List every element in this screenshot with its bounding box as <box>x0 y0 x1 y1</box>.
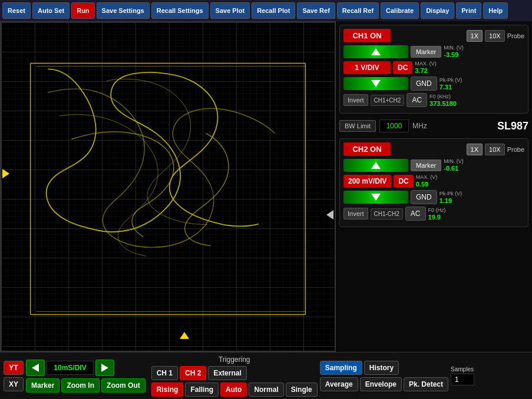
ch1-pkpk-group: Pk-Pk (V) 7.31 <box>440 77 462 91</box>
ch2-marker-button[interactable]: Marker <box>411 159 441 171</box>
ch1-top-row: CH1 ON 1X 10X Probe <box>343 29 524 42</box>
ch1-marker-row: Marker MIN. (V) -3.59 <box>343 45 524 58</box>
ch2-dc-button[interactable]: DC <box>394 175 413 188</box>
samples-group: Samples 1 <box>451 366 474 385</box>
main-area: CH1 ON 1X 10X Probe Marker MIN. (V) -3.5… <box>0 21 532 352</box>
ch1-max-group: MAX. (V) 3.72 <box>415 61 437 74</box>
ch2-probe-1x[interactable]: 1X <box>467 144 483 155</box>
falling-button[interactable]: Falling <box>185 383 219 397</box>
zoom-in-button[interactable]: Zoom In <box>61 378 100 393</box>
ch1-max-label: MAX. (V) <box>415 61 437 66</box>
ch2-max-value: 0.59 <box>416 181 438 188</box>
normal-button[interactable]: Normal <box>249 383 283 397</box>
ch1-on-button[interactable]: CH1 ON <box>343 29 391 42</box>
ch1-probe-10x[interactable]: 10X <box>485 30 505 42</box>
ch2-down-arrow-icon <box>371 194 381 201</box>
time-decrease-button[interactable] <box>26 360 45 376</box>
ch2-math-button[interactable]: CH1-CH2 <box>371 208 403 220</box>
save-plot-button[interactable]: Save Plot <box>210 2 250 19</box>
external-trigger-button[interactable]: External <box>208 366 246 380</box>
single-button[interactable]: Single <box>286 383 318 397</box>
recall-settings-button[interactable]: Recall Settings <box>151 2 209 19</box>
calibrate-button[interactable]: Calibrate <box>381 2 419 19</box>
ch2-f0-value: 19.9 <box>428 214 446 221</box>
average-button[interactable]: Average <box>320 377 358 391</box>
scope-screen <box>0 21 336 352</box>
recall-ref-button[interactable]: Recall Ref <box>337 2 379 19</box>
ch1-probe-label: Probe <box>507 32 524 39</box>
recall-plot-button[interactable]: Recall Plot <box>252 2 295 19</box>
ch2-on-button[interactable]: CH2 ON <box>343 142 391 156</box>
reset-button[interactable]: Reset <box>2 2 31 19</box>
ch1-gnd-slider[interactable] <box>343 77 408 90</box>
ch2-probe-label: Probe <box>507 146 524 153</box>
bw-limit-button[interactable]: BW Limit <box>339 120 376 132</box>
ch1-math-button[interactable]: CH1+CH2 <box>371 95 405 106</box>
rising-button[interactable]: Rising <box>151 383 184 397</box>
ch2-f0-group: F0 (Hz) 19.9 <box>428 207 446 221</box>
save-ref-button[interactable]: Save Ref <box>297 2 335 19</box>
ch1-invert-button[interactable]: Invert <box>343 94 368 106</box>
run-button[interactable]: Run <box>71 2 94 19</box>
ch2-top-row: CH2 ON 1X 10X Probe <box>343 142 524 156</box>
print-button[interactable]: Print <box>456 2 481 19</box>
time-group: 10mS/DIV <box>26 360 146 376</box>
time-increase-button[interactable] <box>95 360 114 376</box>
samples-label: Samples <box>451 366 474 373</box>
bottom-toolbar: YT XY 10mS/DIV Marker Zoom In Zoom Out T… <box>0 352 532 399</box>
yt-button[interactable]: YT <box>4 361 24 375</box>
sampling-button[interactable]: Sampling <box>320 361 362 375</box>
save-settings-button[interactable]: Save Settings <box>97 2 150 19</box>
ch2-min-label: MIN. (V) <box>444 158 464 164</box>
ch2-pkpk-value: 1.19 <box>440 197 462 204</box>
pk-detect-button[interactable]: Pk. Detect <box>404 377 448 391</box>
ch1-panel: CH1 ON 1X 10X Probe Marker MIN. (V) -3.5… <box>339 25 528 114</box>
ch2-divscale-button[interactable]: 200 mV/DIV <box>343 175 391 188</box>
time-div-label: 10mS/DIV <box>47 361 94 375</box>
envelope-button[interactable]: Envelope <box>360 377 402 391</box>
ch1-divscale-button[interactable]: 1 V/DIV <box>343 61 391 74</box>
ch2-marker-row: Marker MIN. (V) -0.61 <box>343 158 524 172</box>
zoom-out-button[interactable]: Zoom Out <box>101 378 146 393</box>
ch1-marker-button[interactable]: Marker <box>411 46 441 58</box>
xy-button[interactable]: XY <box>4 377 24 391</box>
ch1-probe-1x[interactable]: 1X <box>467 30 483 42</box>
ch1-trigger-button[interactable]: CH 1 <box>151 366 178 380</box>
help-button[interactable]: Help <box>483 2 508 19</box>
ch2-up-arrow-icon <box>371 162 381 169</box>
ch1-f0-value: 373.5180 <box>429 100 457 107</box>
ch1-f0-label: F0 (KHz) <box>429 94 457 99</box>
ch2-marker-slider[interactable] <box>343 159 408 172</box>
ch2-pkpk-group: Pk-Pk (V) 1.19 <box>440 191 462 204</box>
ch2-gnd-row: GND Pk-Pk (V) 1.19 <box>343 190 524 204</box>
model-label: SL987 <box>497 120 528 132</box>
triggering-label: Triggering <box>151 355 318 364</box>
toolbar: Reset Auto Set Run Save Settings Recall … <box>0 0 532 21</box>
ch2-gnd-slider[interactable] <box>343 191 408 204</box>
bw-value: 1000 <box>379 119 409 132</box>
ch2-trigger-button[interactable]: CH 2 <box>180 366 206 380</box>
autoset-button[interactable]: Auto Set <box>32 2 70 19</box>
ch1-f0-group: F0 (KHz) 373.5180 <box>429 94 457 107</box>
display-button[interactable]: Display <box>421 2 454 19</box>
ch1-pkpk-value: 7.31 <box>440 84 462 91</box>
arrow-right-icon <box>101 364 108 372</box>
ch1-marker-slider[interactable] <box>343 45 408 58</box>
ch2-panel: CH2 ON 1X 10X Probe Marker MIN. (V) -0.6… <box>339 138 528 227</box>
ch1-gnd-button[interactable]: GND <box>411 77 437 91</box>
ch2-ac-button[interactable]: AC <box>405 207 426 221</box>
ch1-down-arrow-icon <box>371 80 381 87</box>
ch2-invert-button[interactable]: Invert <box>343 208 368 220</box>
ch2-pkpk-label: Pk-Pk (V) <box>440 191 462 197</box>
ch2-scale-row: 200 mV/DIV DC MAX. (V) 0.59 <box>343 174 524 188</box>
ch1-pkpk-label: Pk-Pk (V) <box>440 77 462 83</box>
trig-channel-row: CH 1 CH 2 External <box>151 366 318 380</box>
ch1-dc-button[interactable]: DC <box>393 61 412 74</box>
ch2-min-value: -0.61 <box>444 165 464 172</box>
ch1-ac-button[interactable]: AC <box>407 93 427 107</box>
ch2-probe-10x[interactable]: 10X <box>485 144 505 155</box>
auto-button[interactable]: Auto <box>220 383 247 397</box>
history-button[interactable]: History <box>364 361 399 375</box>
marker-button[interactable]: Marker <box>26 378 60 393</box>
ch2-gnd-button[interactable]: GND <box>411 190 437 204</box>
